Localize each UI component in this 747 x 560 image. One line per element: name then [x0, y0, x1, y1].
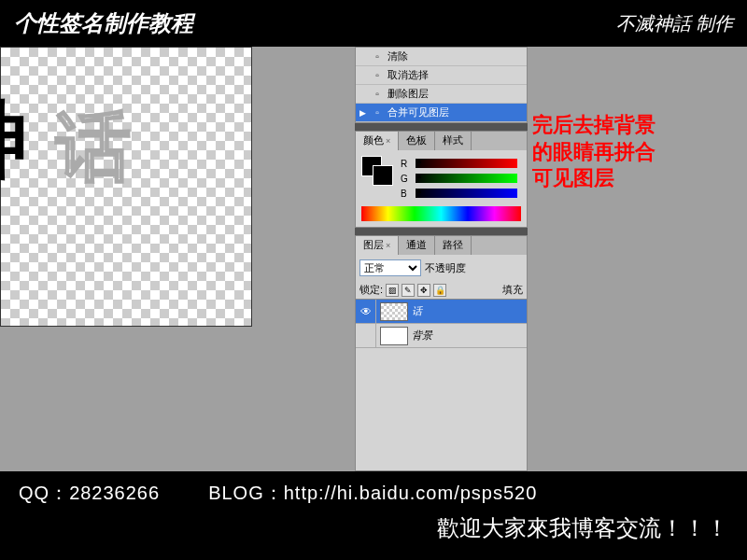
lock-row: 锁定: ▨ ✎ ✥ 🔒 填充: [356, 281, 527, 299]
workspace-gap: [252, 47, 355, 471]
lock-label: 锁定:: [359, 283, 383, 297]
slider-thumb-icon[interactable]: ▲: [416, 187, 423, 195]
g-slider[interactable]: ▲: [416, 174, 517, 183]
canvas-char-outline: 话: [56, 98, 131, 199]
fill-label: 填充: [502, 283, 523, 297]
history-item-current[interactable]: ▶ ▫ 合并可见图层: [356, 104, 527, 122]
color-spectrum[interactable]: [361, 206, 521, 221]
instruction-annotation: 完后去掉背景 的眼睛再拼合 可见图层: [532, 112, 719, 192]
tab-paths[interactable]: 路径: [435, 236, 472, 255]
color-panel: 颜色× 色板 样式 R ▲ G ▲: [355, 131, 528, 228]
b-slider[interactable]: ▲: [416, 189, 517, 198]
layer-list: 👁 话 背景: [356, 299, 527, 348]
r-slider[interactable]: ▲: [416, 159, 517, 168]
panels-column: ▫ 清除 ▫ 取消选择 ▫ 删除图层 ▶ ▫ 合并可见图层 颜色× 色: [355, 47, 528, 471]
g-slider-row: G ▲: [401, 171, 521, 186]
lock-brush-icon[interactable]: ✎: [402, 284, 415, 297]
fg-bg-swatches[interactable]: [361, 156, 393, 186]
annotation-line: 完后去掉背景: [532, 112, 719, 139]
blend-mode-select[interactable]: 正常: [359, 259, 421, 276]
history-panel: ▫ 清除 ▫ 取消选择 ▫ 删除图层 ▶ ▫ 合并可见图层: [355, 47, 528, 123]
welcome-line: 歡迎大家來我博客交流！！！: [19, 513, 728, 543]
history-label: 取消选择: [388, 68, 429, 82]
logo-text: 不滅神話 制作: [616, 11, 733, 36]
annotation-line: 的眼睛再拼合: [532, 139, 719, 166]
main-area: 神 话 ▫ 清除 ▫ 取消选择 ▫ 删除图层 ▶ ▫ 合并可见: [0, 47, 747, 471]
history-label: 合并可见图层: [388, 105, 449, 119]
history-item[interactable]: ▫ 清除: [356, 48, 527, 66]
history-item[interactable]: ▫ 删除图层: [356, 85, 527, 104]
canvas-char-solid: 神: [0, 84, 28, 198]
lock-transparent-icon[interactable]: ▨: [386, 284, 399, 297]
slider-thumb-icon[interactable]: ▲: [416, 157, 423, 165]
layers-panel: 图层× 通道 路径 正常 不透明度 锁定: ▨ ✎ ✥ 🔒 填充: [355, 235, 528, 471]
canvas-window[interactable]: 神 话: [0, 47, 252, 327]
r-slider-row: R ▲: [401, 156, 521, 171]
contact-line: QQ：28236266 BLOG：http://hi.baidu.com/psp…: [19, 481, 728, 506]
lock-move-icon[interactable]: ✥: [417, 284, 430, 297]
footer-bar: QQ：28236266 BLOG：http://hi.baidu.com/psp…: [0, 471, 747, 560]
background-swatch[interactable]: [373, 165, 393, 186]
close-icon[interactable]: ×: [386, 241, 390, 250]
layer-item[interactable]: 背景: [356, 324, 527, 348]
layer-name[interactable]: 话: [412, 304, 527, 318]
blog-url: http://hi.baidu.com/psps520: [284, 483, 538, 503]
page-title: 个性签名制作教程: [14, 8, 193, 38]
history-label: 删除图层: [388, 87, 429, 101]
layer-name[interactable]: 背景: [412, 329, 527, 343]
tab-swatches[interactable]: 色板: [399, 132, 435, 150]
layer-item[interactable]: 👁 话: [356, 300, 527, 324]
header-bar: 个性签名制作教程 不滅神話 制作: [0, 0, 747, 47]
color-body: R ▲ G ▲ B ▲: [356, 150, 527, 227]
layers-controls: 正常 不透明度: [356, 255, 527, 281]
layers-tabs: 图层× 通道 路径: [356, 236, 527, 255]
tab-color[interactable]: 颜色×: [356, 132, 399, 150]
tab-styles[interactable]: 样式: [435, 132, 472, 150]
layer-thumbnail[interactable]: [380, 327, 408, 345]
play-icon: ▶: [359, 108, 369, 118]
visibility-eye-icon[interactable]: [356, 324, 376, 347]
step-icon: ▫: [371, 106, 384, 119]
step-icon: ▫: [371, 88, 384, 101]
b-label: B: [401, 189, 412, 199]
tab-channels[interactable]: 通道: [399, 236, 435, 255]
annotation-line: 可见图层: [532, 165, 719, 192]
tab-layers[interactable]: 图层×: [356, 236, 399, 255]
visibility-eye-icon[interactable]: 👁: [356, 300, 376, 323]
g-label: G: [401, 174, 412, 184]
lock-all-icon[interactable]: 🔒: [433, 284, 446, 297]
color-tabs: 颜色× 色板 样式: [356, 132, 527, 150]
slider-thumb-icon[interactable]: ▲: [416, 172, 423, 180]
opacity-label: 不透明度: [425, 261, 466, 275]
step-icon: ▫: [371, 50, 384, 63]
layer-thumbnail[interactable]: [380, 302, 408, 321]
r-label: R: [401, 159, 412, 169]
step-icon: ▫: [371, 69, 384, 82]
history-item[interactable]: ▫ 取消选择: [356, 66, 527, 85]
blog-label: BLOG：: [208, 483, 284, 503]
qq-number: 28236266: [69, 483, 160, 503]
qq-label: QQ：: [19, 483, 69, 503]
b-slider-row: B ▲: [401, 186, 521, 201]
history-label: 清除: [388, 49, 408, 63]
close-icon[interactable]: ×: [386, 136, 390, 146]
